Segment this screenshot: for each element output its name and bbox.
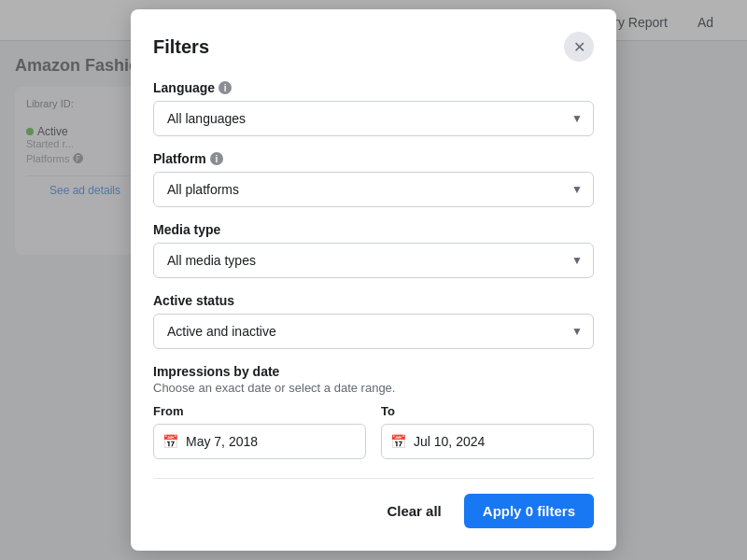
clear-all-button[interactable]: Clear all: [375, 496, 452, 526]
active-status-label: Active status: [153, 293, 594, 308]
to-label: To: [381, 404, 594, 418]
platform-label: Platform i: [153, 151, 594, 166]
active-status-group: Active status Active and inactive Active…: [153, 293, 594, 349]
from-date-input-wrapper: 📅: [153, 424, 366, 459]
modal-title: Filters: [153, 36, 209, 58]
filters-modal: Filters ✕ Language i All languages Engli…: [131, 9, 616, 551]
to-date-input-wrapper: 📅: [381, 424, 594, 459]
to-date-input[interactable]: [381, 424, 594, 459]
from-calendar-icon: 📅: [162, 434, 178, 449]
media-type-group: Media type All media types Image Video M…: [153, 222, 594, 278]
modal-footer: Clear all Apply 0 filters: [153, 478, 594, 528]
impressions-section: Impressions by date Choose an exact date…: [153, 364, 594, 459]
platform-select[interactable]: All platforms Facebook Instagram Messeng…: [153, 172, 594, 207]
platform-info-icon[interactable]: i: [210, 152, 223, 165]
close-button[interactable]: ✕: [564, 32, 594, 62]
media-type-select[interactable]: All media types Image Video Meme: [153, 243, 594, 278]
active-status-select-wrapper: Active and inactive Active Inactive ▼: [153, 314, 594, 349]
date-row: From 📅 To 📅: [153, 404, 594, 459]
active-status-select[interactable]: Active and inactive Active Inactive: [153, 314, 594, 349]
language-select[interactable]: All languages English Spanish French: [153, 101, 594, 136]
to-calendar-icon: 📅: [390, 434, 406, 449]
to-date-group: To 📅: [381, 404, 594, 459]
from-date-input[interactable]: [153, 424, 366, 459]
media-type-label: Media type: [153, 222, 594, 237]
media-type-select-wrapper: All media types Image Video Meme ▼: [153, 243, 594, 278]
platform-group: Platform i All platforms Facebook Instag…: [153, 151, 594, 207]
impressions-subtitle: Choose an exact date or select a date ra…: [153, 381, 594, 395]
language-group: Language i All languages English Spanish…: [153, 80, 594, 136]
apply-filters-button[interactable]: Apply 0 filters: [464, 494, 594, 528]
language-label: Language i: [153, 80, 594, 95]
language-select-wrapper: All languages English Spanish French ▼: [153, 101, 594, 136]
from-label: From: [153, 404, 366, 418]
modal-header: Filters ✕: [153, 32, 594, 62]
from-date-group: From 📅: [153, 404, 366, 459]
impressions-title: Impressions by date: [153, 364, 594, 379]
platform-select-wrapper: All platforms Facebook Instagram Messeng…: [153, 172, 594, 207]
language-info-icon[interactable]: i: [218, 81, 232, 94]
